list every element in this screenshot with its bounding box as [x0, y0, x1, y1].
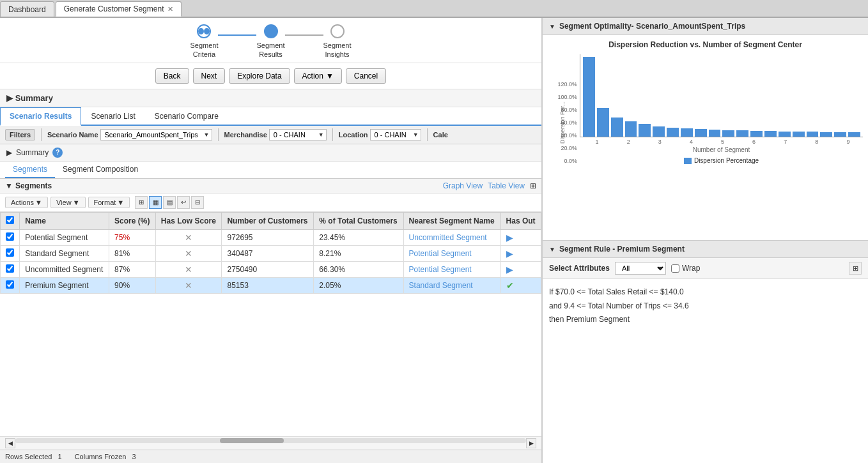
bar-19	[834, 132, 846, 137]
row-check-3[interactable]	[1, 261, 20, 277]
segments-collapse-icon: ▼	[5, 181, 13, 190]
select-all-checkbox[interactable]	[6, 216, 14, 224]
format-dropdown[interactable]: Format ▼	[88, 197, 130, 208]
toolbar-icon-columns[interactable]: ⊟	[191, 196, 204, 209]
bar-6	[653, 126, 665, 137]
row-out-4[interactable]: ✔	[500, 277, 541, 293]
bar-7	[667, 128, 679, 137]
toolbar-icon-chart[interactable]: ▤	[163, 196, 176, 209]
tab-scenario-list[interactable]: Scenario List	[81, 107, 144, 125]
main-layout: SegmentCriteria SegmentResults SegmentIn…	[0, 18, 868, 463]
wrap-checkbox[interactable]	[671, 264, 679, 273]
chart-area: Dispersion Reduction vs. Number of Segme…	[543, 35, 868, 169]
table-container[interactable]: Name Score (%) Has Low Score Number of C…	[0, 212, 541, 436]
table-row[interactable]: Uncommitted Segment 87% ✕ 2750490 66.30%…	[1, 261, 541, 277]
tab-dashboard[interactable]: Dashboard	[0, 1, 54, 17]
scroll-right-icon[interactable]: ▶	[526, 438, 536, 448]
scrollbar-track[interactable]	[15, 438, 526, 443]
step-circle-insights	[330, 24, 345, 38]
segments-title: Segments	[15, 181, 52, 190]
bar-17	[807, 132, 819, 137]
table-row[interactable]: Standard Segment 81% ✕ 340487 8.21% Pote…	[1, 245, 541, 261]
toolbar-icon-table[interactable]: ▦	[149, 196, 162, 209]
row-check-2[interactable]	[1, 245, 20, 261]
row-low-score-1: ✕	[155, 229, 222, 245]
col-checkbox[interactable]	[1, 212, 20, 229]
row-out-2[interactable]: ▶	[500, 245, 541, 261]
tab-close-icon[interactable]: ✕	[167, 5, 173, 13]
tab-generate-customer-segment[interactable]: Generate Customer Segment ✕	[56, 1, 182, 17]
inner-summary[interactable]: ▶ Summary ?	[0, 144, 541, 162]
merchandise-select-wrapper[interactable]: 0 - CHAIN	[269, 129, 327, 140]
back-button[interactable]: Back	[155, 68, 189, 84]
chart-section-header[interactable]: ▼ Segment Optimality- Scenario_AmountSpe…	[543, 18, 868, 35]
attr-select-wrapper[interactable]: All	[615, 262, 666, 275]
attr-select[interactable]: All	[615, 262, 666, 275]
segment-tab-composition[interactable]: Segment Composition	[55, 162, 146, 178]
scrollbar-thumb[interactable]	[220, 438, 284, 443]
next-button[interactable]: Next	[193, 68, 226, 84]
action-button[interactable]: Action ▼	[294, 68, 342, 84]
cancel-button[interactable]: Cancel	[346, 68, 386, 84]
toolbar-icon-grid[interactable]: ⊞	[135, 196, 148, 209]
tab-scenario-results[interactable]: Scenario Results	[0, 107, 81, 126]
location-select[interactable]: 0 - CHAIN	[370, 129, 421, 140]
scenario-name-select[interactable]: Scenario_AmountSpent_Trips	[100, 129, 212, 140]
row-check-4[interactable]	[1, 277, 20, 293]
row-score-3: 87%	[109, 261, 156, 277]
scenario-name-select-wrapper[interactable]: Scenario_AmountSpent_Trips	[100, 129, 212, 140]
chart-section: ▼ Segment Optimality- Scenario_AmountSpe…	[543, 18, 868, 241]
toolbar-icon-back[interactable]: ↩	[177, 196, 190, 209]
summary-section[interactable]: ▶ Summary	[0, 89, 541, 107]
help-icon[interactable]: ?	[52, 148, 63, 158]
col-pct-total[interactable]: % of Total Customers	[314, 212, 403, 229]
columns-frozen-label: Columns Frozen 3	[75, 453, 136, 460]
scroll-left-icon[interactable]: ◀	[5, 438, 15, 448]
scrollbar-container[interactable]: ◀ ▶	[0, 436, 541, 450]
connector-1	[218, 34, 256, 36]
expand-icon[interactable]: ⊞	[530, 181, 536, 190]
tab-scenario-compare[interactable]: Scenario Compare	[145, 107, 228, 125]
col-nearest-segment[interactable]: Nearest Segment Name	[403, 212, 500, 229]
action-dropdown-icon: ▼	[326, 72, 334, 80]
col-num-customers[interactable]: Number of Customers	[222, 212, 314, 229]
merchandise-select[interactable]: 0 - CHAIN	[269, 129, 327, 140]
row-out-1[interactable]: ▶	[500, 229, 541, 245]
explore-data-button[interactable]: Explore Data	[229, 68, 290, 84]
row-nearest-4[interactable]: Standard Segment	[403, 277, 500, 293]
bar-10	[709, 130, 721, 137]
location-select-wrapper[interactable]: 0 - CHAIN	[370, 129, 421, 140]
table-view-link[interactable]: Table View	[488, 181, 525, 190]
row-check-1[interactable]	[1, 229, 20, 245]
col-name[interactable]: Name	[20, 212, 109, 229]
row-name-2: Standard Segment	[20, 245, 109, 261]
step-label-criteria: SegmentCriteria	[190, 41, 218, 59]
graph-view-link[interactable]: Graph View	[443, 181, 483, 190]
bar-12	[736, 130, 748, 137]
col-has-out[interactable]: Has Out	[500, 212, 541, 229]
rule-section-header[interactable]: ▼ Segment Rule - Premium Segment	[543, 241, 868, 258]
filter-scenario-name: Scenario Name Scenario_AmountSpent_Trips	[47, 129, 212, 140]
view-dropdown[interactable]: View ▼	[50, 197, 86, 208]
table-row[interactable]: Potential Segment 75% ✕ 972695 23.45% Un…	[1, 229, 541, 245]
rule-collapse-icon: ▼	[549, 246, 555, 253]
table-row-selected[interactable]: Premium Segment 90% ✕ 85153 2.05% Standa…	[1, 277, 541, 293]
row-low-score-3: ✕	[155, 261, 222, 277]
filters-label: Filters	[5, 129, 35, 140]
row-nearest-1[interactable]: Uncommitted Segment	[403, 229, 500, 245]
row-nearest-2[interactable]: Potential Segment	[403, 245, 500, 261]
col-score[interactable]: Score (%)	[109, 212, 156, 229]
row-nearest-3[interactable]: Potential Segment	[403, 261, 500, 277]
row-score-4: 90%	[109, 277, 156, 293]
left-panel: SegmentCriteria SegmentResults SegmentIn…	[0, 18, 542, 463]
col-has-low-score[interactable]: Has Low Score	[155, 212, 222, 229]
nav-arrows-left: ◀	[5, 438, 15, 448]
nav-arrows-right: ▶	[526, 438, 536, 448]
segments-table: Name Score (%) Has Low Score Number of C…	[0, 212, 541, 294]
collapse-icon[interactable]: ⊞	[849, 262, 862, 275]
rule-line-1: If $70.0 <= Total Sales Retail <= $140.0	[549, 285, 862, 300]
row-out-3[interactable]: ▶	[500, 261, 541, 277]
actions-dropdown[interactable]: Actions ▼	[5, 197, 48, 208]
segment-tab-segments[interactable]: Segments	[5, 162, 55, 178]
rows-selected-label: Rows Selected 1	[5, 453, 62, 460]
